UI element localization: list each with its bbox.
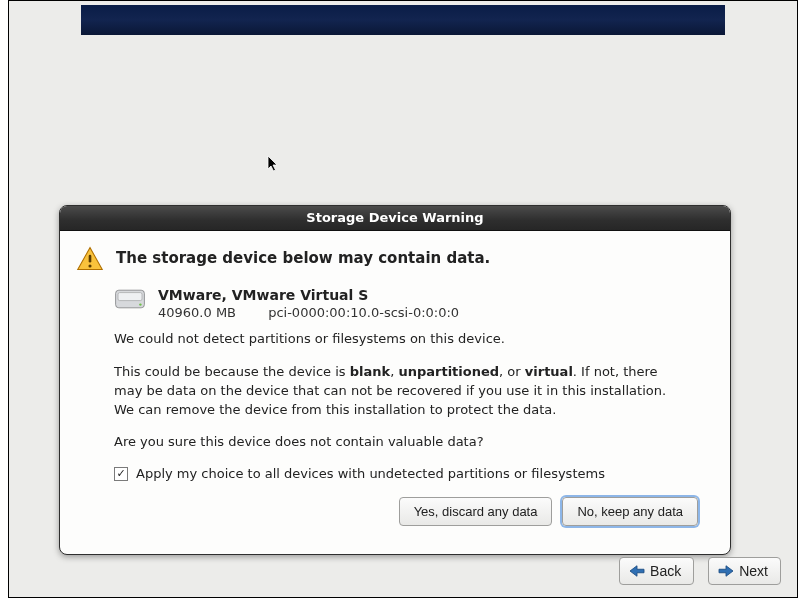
arrow-right-icon [717, 564, 735, 578]
installer-window: Storage Device Warning The storage devic… [8, 0, 798, 598]
svg-rect-0 [89, 255, 92, 263]
yes-discard-button[interactable]: Yes, discard any data [399, 497, 553, 526]
dialog-body: The storage device below may contain dat… [60, 231, 730, 554]
cursor-icon [267, 155, 281, 176]
warning-icon [76, 245, 104, 273]
storage-warning-dialog: Storage Device Warning The storage devic… [59, 205, 731, 555]
next-label: Next [739, 563, 768, 579]
apply-all-checkbox[interactable]: ✓ [114, 467, 128, 481]
message-para-3: Are you sure this device does not contai… [114, 433, 674, 452]
arrow-left-icon [628, 564, 646, 578]
svg-point-4 [139, 303, 141, 305]
no-keep-button[interactable]: No, keep any data [562, 497, 698, 526]
top-banner [81, 5, 725, 35]
dialog-message: We could not detect partitions or filesy… [114, 330, 674, 452]
device-size: 40960.0 MB [158, 305, 236, 320]
hard-drive-icon [114, 287, 146, 311]
back-label: Back [650, 563, 681, 579]
svg-rect-3 [118, 293, 142, 301]
back-button[interactable]: Back [619, 557, 694, 585]
svg-point-1 [88, 264, 91, 267]
wizard-nav: Back Next [619, 557, 781, 585]
apply-all-label: Apply my choice to all devices with unde… [136, 466, 605, 481]
device-path: pci-0000:00:10.0-scsi-0:0:0:0 [268, 305, 459, 320]
warning-heading: The storage device below may contain dat… [116, 245, 490, 267]
device-details: 40960.0 MB pci-0000:00:10.0-scsi-0:0:0:0 [158, 305, 459, 320]
device-name: VMware, VMware Virtual S [158, 287, 459, 303]
dialog-title: Storage Device Warning [60, 206, 730, 231]
message-para-1: We could not detect partitions or filesy… [114, 330, 674, 349]
next-button[interactable]: Next [708, 557, 781, 585]
message-para-2: This could be because the device is blan… [114, 363, 674, 420]
